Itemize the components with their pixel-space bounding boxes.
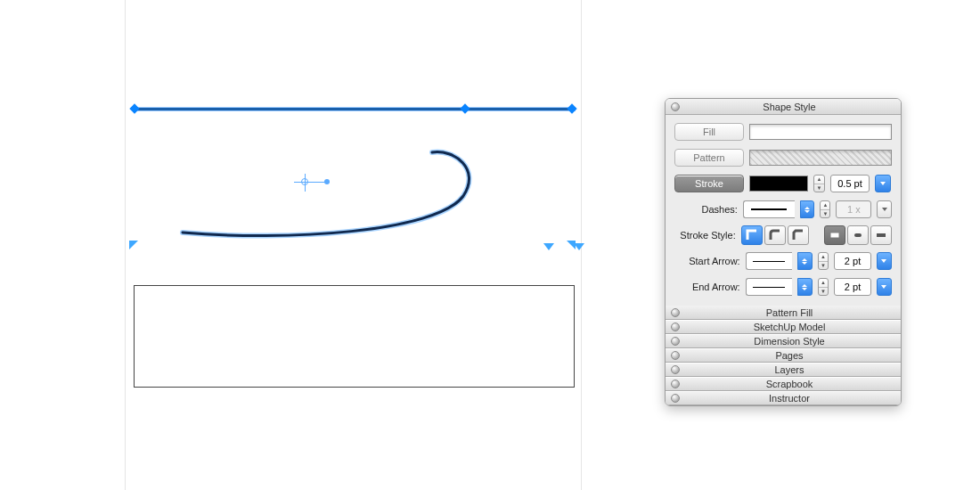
stroke-width-stepper[interactable]: ▲▼ [813,175,825,192]
section-title: Pages [683,350,895,361]
stroke-style-row: Stroke Style: [674,225,892,245]
section-header-sketchup-model[interactable]: SketchUp Model [666,320,901,334]
endpoint-handle-right[interactable] [567,103,576,113]
section-title: Instructor [683,393,895,404]
end-arrow-size-dropdown[interactable] [877,278,892,296]
fill-toggle-button[interactable]: Fill [674,123,744,141]
start-arrow-well[interactable] [746,252,792,270]
dash-scale-dropdown[interactable] [877,200,892,218]
end-arrow-row: End Arrow: ▲▼ 2 pt [674,277,892,297]
section-title: Pattern Fill [683,307,895,318]
disclosure-icon [671,394,680,403]
end-arrow-label: End Arrow: [674,282,740,292]
end-arrow-size-field[interactable]: 2 pt [834,278,871,296]
section-header-shape-style[interactable]: Shape Style [666,99,901,115]
selection-handle[interactable] [574,243,584,250]
pattern-row: Pattern [674,148,892,167]
section-header-scrapbook[interactable]: Scrapbook [666,377,901,391]
cap-square-button[interactable] [870,225,892,245]
disclosure-icon [671,351,680,360]
stroke-color-well[interactable] [749,176,808,192]
dash-pattern-dropdown[interactable] [800,200,815,218]
svg-rect-0 [831,233,838,237]
disclosure-icon [671,308,680,317]
pattern-swatch-well[interactable] [749,150,892,166]
curved-path-shape[interactable] [178,147,481,245]
section-header-dimension-style[interactable]: Dimension Style [666,334,901,348]
stroke-toggle-button[interactable]: Stroke [674,175,744,192]
stroke-width-field[interactable]: 0.5 pt [830,175,870,192]
pattern-toggle-button[interactable]: Pattern [674,149,744,167]
svg-rect-1 [854,233,862,237]
end-arrow-dropdown[interactable] [797,278,813,296]
section-title: Dimension Style [683,336,895,347]
cap-flat-button[interactable] [824,225,845,245]
section-title: Layers [683,364,895,375]
endpoint-handle-left[interactable] [129,103,139,113]
dashes-label: Dashes: [674,204,738,215]
dash-scale-field[interactable]: 1 x [836,200,871,218]
midpoint-handle[interactable] [460,103,470,113]
stroke-row: Stroke ▲▼ 0.5 pt [674,174,892,193]
section-title: Shape Style [683,102,895,112]
disclosure-icon [671,365,680,374]
start-arrow-stepper[interactable]: ▲▼ [818,252,829,270]
end-arrow-stepper[interactable]: ▲▼ [818,278,829,296]
disclosure-icon [671,380,680,388]
shape-style-body: Fill Pattern Stroke ▲▼ 0.5 pt Dashes: ▲▼… [666,115,901,306]
dash-pattern-well[interactable] [743,200,795,218]
section-header-pages[interactable]: Pages [666,348,901,363]
section-header-instructor[interactable]: Instructor [666,391,901,405]
inspector-panel: Shape Style Fill Pattern Stroke ▲▼ 0.5 p… [665,98,902,406]
selection-handle[interactable] [543,243,554,250]
cap-style-segmented [824,225,892,245]
disclosure-icon [671,323,680,331]
fill-row: Fill [674,122,892,142]
end-arrow-well[interactable] [746,278,792,296]
fill-color-well[interactable] [749,124,892,140]
start-arrow-dropdown[interactable] [797,252,813,270]
svg-rect-2 [877,233,886,237]
selection-handle[interactable] [129,241,138,249]
section-title: Scrapbook [683,379,895,389]
corner-bevel-button[interactable] [788,225,809,245]
corner-miter-button[interactable] [741,225,763,245]
section-header-layers[interactable]: Layers [666,363,901,377]
collapsed-sections: Pattern Fill SketchUp Model Dimension St… [666,306,901,405]
start-arrow-row: Start Arrow: ▲▼ 2 pt [674,251,892,271]
corner-style-segmented [741,225,809,245]
dash-scale-stepper[interactable]: ▲▼ [820,200,830,218]
disclosure-icon [671,337,680,346]
cap-round-button[interactable] [847,225,869,245]
section-title: SketchUp Model [683,322,895,332]
stroke-style-label: Stroke Style: [674,230,736,241]
dashes-row: Dashes: ▲▼ 1 x [674,200,892,219]
rectangle-shape[interactable] [134,285,575,388]
start-arrow-size-field[interactable]: 2 pt [834,252,871,270]
section-header-pattern-fill[interactable]: Pattern Fill [666,306,901,320]
selected-line-shape[interactable] [134,108,575,110]
disclosure-icon [671,102,680,111]
stroke-width-dropdown[interactable] [875,175,891,192]
start-arrow-size-dropdown[interactable] [877,252,892,270]
drawing-canvas[interactable] [125,4,579,414]
start-arrow-label: Start Arrow: [674,256,740,266]
corner-round-button[interactable] [764,225,786,245]
